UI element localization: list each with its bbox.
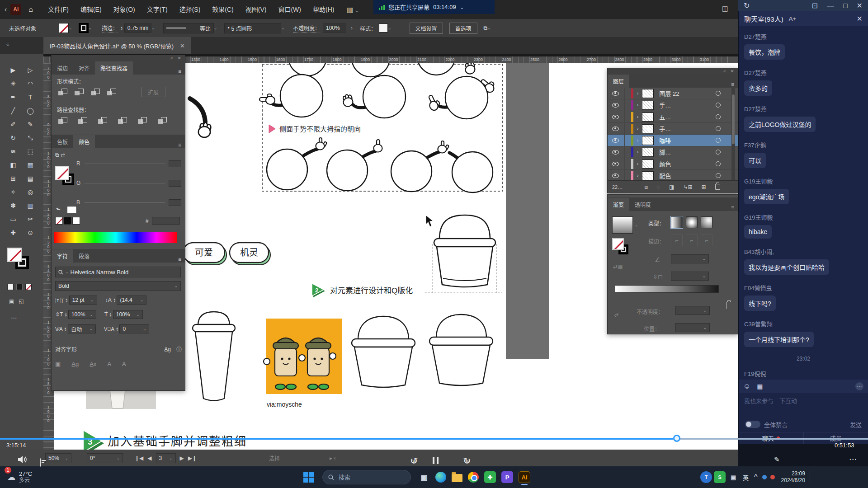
line-tool-icon[interactable]: ╱ (11, 107, 15, 114)
layer-name[interactable]: 手… (659, 101, 716, 109)
menu-item[interactable]: 视图(V) (240, 0, 273, 19)
visibility-eye-icon[interactable] (612, 162, 619, 166)
stop-opacity-field[interactable]: ⌄ (675, 306, 710, 315)
opacity-value[interactable]: 100% (323, 23, 346, 33)
gradient-preview-swatch[interactable] (612, 216, 633, 234)
menu-item[interactable]: 效果(C) (206, 0, 239, 19)
danmaku-icon[interactable] (40, 458, 41, 467)
cup-tall-sketch[interactable] (193, 312, 235, 401)
chat-bubble[interactable]: ego潮流广场 (744, 189, 789, 204)
tray-expand-chevron[interactable]: ^ (754, 473, 758, 481)
font-style-field[interactable]: Bold⌄ (55, 281, 181, 291)
h-scale-field[interactable]: 100%⌄ (113, 310, 143, 319)
type-tool-icon[interactable]: T (28, 94, 33, 101)
layer-target-circle[interactable] (716, 161, 721, 166)
expand-layer-chevron[interactable]: › (637, 114, 638, 119)
scale-tool-icon[interactable]: ⤡ (28, 134, 33, 142)
chevron-down-icon[interactable]: ⌄ (460, 4, 464, 10)
divide-icon[interactable] (57, 116, 69, 126)
prev-artboard-icon[interactable]: ◀ (147, 455, 151, 461)
glyph-xheight-icon[interactable]: A̲x (90, 361, 96, 367)
color-panel-menu-icon[interactable]: ≡ (178, 142, 181, 148)
chat-bubble[interactable]: 餐饮，潮牌 (744, 44, 785, 60)
fill-swatch[interactable] (59, 23, 69, 33)
leading-field[interactable]: (14.4⌄ (117, 296, 146, 305)
v-scale-stepper[interactable]: ▴▾ (65, 312, 66, 317)
lasso-tool-icon[interactable]: ◠ (28, 80, 33, 87)
gradient-angle-field[interactable]: ⌄ (671, 254, 709, 263)
home-icon[interactable]: ⌂ (28, 5, 33, 14)
back-icon[interactable]: ‹ (5, 5, 7, 14)
progress-bar-remaining[interactable] (673, 438, 868, 440)
info-icon[interactable]: ⓘ (176, 345, 182, 353)
rewind-10-icon[interactable]: ↺10 (410, 455, 418, 466)
stroke-weight-dropdown[interactable]: ⌄ (151, 26, 155, 30)
layer-thumbnail[interactable] (642, 171, 654, 180)
panel-menu-icon[interactable]: ≡ (178, 68, 181, 75)
eyedropper-tool-icon[interactable]: ✧ (10, 188, 16, 196)
chat-bubble[interactable]: 线下吗? (744, 296, 776, 311)
workspace-icon[interactable]: ▥ ⌄ (346, 5, 359, 14)
progress-handle[interactable] (673, 435, 680, 442)
radial-gradient-icon[interactable] (686, 216, 698, 228)
purple-app-icon[interactable]: P (501, 471, 513, 483)
search-input[interactable] (338, 474, 392, 481)
swap-fill-stroke-icon[interactable]: ⧉ ⇄ (55, 152, 65, 158)
show-desktop-divider[interactable] (810, 470, 810, 484)
chat-bubble[interactable]: 一个月线下培训那个? (744, 332, 814, 347)
restore-icon[interactable]: ⊡ (812, 1, 818, 10)
font-size-stepper[interactable]: ▴▾ (66, 298, 67, 302)
zoom-level[interactable]: 50%⌄ (45, 453, 71, 463)
reference-image[interactable] (264, 319, 342, 394)
screen-share-banner[interactable]: 您正在共享屏幕 03:14:09 ⌄ (373, 0, 495, 14)
menu-item[interactable]: 文件(F) (42, 0, 75, 19)
outline-icon[interactable] (137, 116, 148, 126)
cup-dome-sketch-1[interactable] (352, 316, 415, 387)
ellipse-tool-icon[interactable]: ◯ (27, 107, 34, 114)
edge-icon[interactable] (435, 472, 446, 483)
layer-target-circle[interactable] (716, 173, 721, 178)
layer-row[interactable]: › 颜色 (608, 158, 738, 170)
reverse-gradient-icon[interactable]: ⇄▦ (613, 263, 623, 270)
file-explorer-icon[interactable] (452, 474, 462, 482)
preferences-button[interactable]: 首选项 (449, 23, 477, 34)
delete-layer-icon[interactable] (715, 184, 720, 190)
glyph-box-icon[interactable]: ▣ (55, 361, 61, 367)
crop-icon[interactable] (117, 116, 128, 126)
fill-proxy[interactable] (7, 248, 22, 262)
stop-location-field[interactable]: ⌄ (675, 323, 710, 332)
layer-name[interactable]: 手… (659, 124, 716, 133)
selection-tool-icon[interactable]: ▶ (11, 66, 16, 74)
tab-pathfinder[interactable]: 路径查找器 (95, 61, 133, 75)
expand-layer-chevron[interactable]: › (637, 150, 638, 155)
layer-name[interactable]: 配色 (659, 171, 716, 180)
progress-bar-played[interactable] (0, 438, 673, 440)
width-tool-icon[interactable]: ≋ (10, 148, 16, 155)
align-options-icon[interactable]: ⧉ (484, 25, 488, 31)
next-artboard-icon[interactable]: ▶ (180, 455, 184, 461)
layer-target-circle[interactable] (716, 150, 721, 155)
intersect-icon[interactable] (90, 87, 101, 97)
brush-dropdown[interactable]: ⌄ (281, 26, 285, 30)
collapse-panel-icon[interactable]: « (170, 56, 173, 61)
fill-stroke-proxy[interactable] (7, 248, 34, 275)
previous-color-icon[interactable]: ⬑ (56, 206, 61, 212)
layers-scrollbar[interactable] (731, 88, 735, 181)
pen-tool-icon[interactable]: ✒ (10, 94, 16, 101)
layer-target-circle[interactable] (716, 91, 721, 96)
layer-row[interactable]: › 脚… (608, 146, 738, 158)
annotate-pencil-icon[interactable]: ✎ (774, 455, 780, 464)
minus-back-icon[interactable] (156, 116, 168, 126)
symbol-sprayer-tool-icon[interactable]: ✽ (10, 202, 16, 209)
rotation-angle[interactable]: 0°⌄ (87, 453, 123, 463)
sogou-tray-icon[interactable]: S (714, 471, 726, 483)
more-tools-icon[interactable]: ⋯ (11, 314, 17, 321)
align-options-dropdown[interactable]: ⌄ (487, 26, 491, 30)
expand-layer-chevron[interactable]: › (637, 138, 638, 143)
refresh-icon[interactable]: ↻ (744, 1, 750, 10)
visibility-eye-icon[interactable] (612, 174, 619, 178)
glyph-align-icon[interactable]: A̲g (164, 346, 171, 352)
draw-mode-swatches[interactable] (7, 284, 32, 290)
tracking-stepper[interactable]: ▴▾ (116, 327, 118, 331)
mute-all-toggle[interactable] (745, 421, 760, 428)
